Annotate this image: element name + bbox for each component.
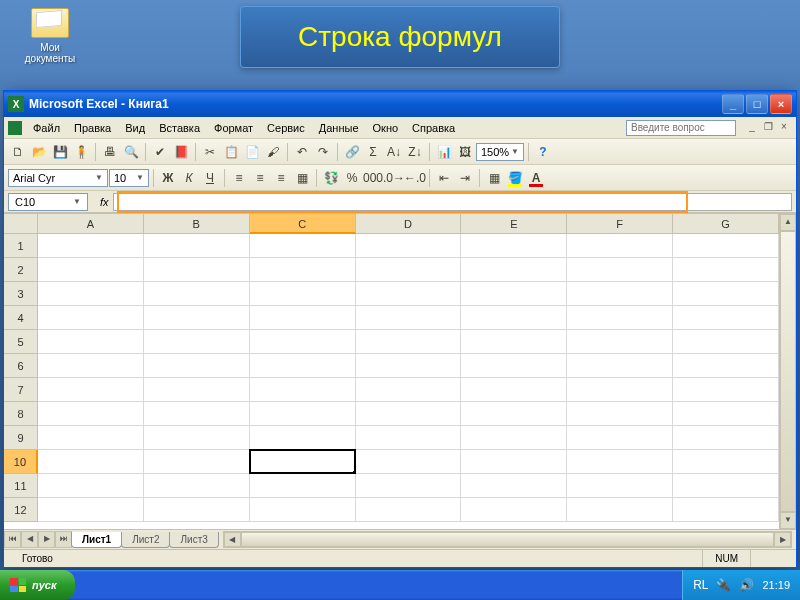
tab-nav-next-icon[interactable]: ▶ (38, 531, 55, 548)
mdi-minimize-button[interactable]: _ (745, 121, 759, 135)
cell[interactable] (461, 426, 567, 450)
cell[interactable] (38, 258, 144, 282)
cell[interactable] (356, 282, 462, 306)
cell[interactable] (38, 234, 144, 258)
cell[interactable] (461, 330, 567, 354)
menu-view[interactable]: Вид (118, 120, 152, 136)
cell[interactable] (673, 474, 779, 498)
cell[interactable] (567, 450, 673, 474)
cell[interactable] (144, 378, 250, 402)
cell[interactable] (144, 330, 250, 354)
cell[interactable] (461, 378, 567, 402)
cell[interactable] (567, 330, 673, 354)
cell[interactable] (250, 234, 356, 258)
menu-insert[interactable]: Вставка (152, 120, 207, 136)
cell[interactable] (567, 498, 673, 522)
cell[interactable] (673, 234, 779, 258)
fill-color-icon[interactable]: 🪣 (505, 168, 525, 188)
desktop-icon-mydocs[interactable]: Мои документы (20, 8, 80, 64)
currency-icon[interactable]: 💱 (321, 168, 341, 188)
print-icon[interactable]: 🖶 (100, 142, 120, 162)
cell[interactable] (356, 306, 462, 330)
cell[interactable] (567, 234, 673, 258)
row-header[interactable]: 8 (4, 402, 38, 426)
cell[interactable] (567, 402, 673, 426)
cell[interactable] (144, 354, 250, 378)
col-header-C[interactable]: C (250, 214, 356, 234)
cell[interactable] (144, 258, 250, 282)
name-box[interactable]: C10 ▼ (8, 193, 88, 211)
cell[interactable] (250, 354, 356, 378)
menu-data[interactable]: Данные (312, 120, 366, 136)
borders-icon[interactable]: ▦ (484, 168, 504, 188)
font-size-select[interactable]: 10 ▼ (109, 169, 149, 187)
cell[interactable] (38, 402, 144, 426)
cell[interactable] (250, 474, 356, 498)
cell[interactable] (567, 426, 673, 450)
row-header[interactable]: 3 (4, 282, 38, 306)
scroll-thumb[interactable] (780, 231, 796, 512)
sheet-tab-2[interactable]: Лист2 (121, 532, 170, 548)
cell[interactable] (673, 450, 779, 474)
paste-icon[interactable]: 📄 (242, 142, 262, 162)
row-header[interactable]: 9 (4, 426, 38, 450)
cell[interactable] (461, 402, 567, 426)
row-header[interactable]: 6 (4, 354, 38, 378)
cell[interactable] (250, 378, 356, 402)
close-button[interactable]: × (770, 94, 792, 114)
select-all-corner[interactable] (4, 214, 38, 234)
row-header[interactable]: 5 (4, 330, 38, 354)
scroll-down-icon[interactable]: ▼ (780, 512, 796, 529)
cell[interactable] (38, 354, 144, 378)
cell[interactable] (567, 282, 673, 306)
cell[interactable] (144, 426, 250, 450)
cell[interactable] (567, 474, 673, 498)
cell[interactable] (461, 258, 567, 282)
cell[interactable] (356, 330, 462, 354)
font-color-icon[interactable]: A (526, 168, 546, 188)
cell[interactable] (461, 306, 567, 330)
cell[interactable] (673, 426, 779, 450)
drawing-icon[interactable]: 🖼 (455, 142, 475, 162)
scroll-thumb[interactable] (241, 532, 774, 547)
research-icon[interactable]: 📕 (171, 142, 191, 162)
zoom-select[interactable]: 150% ▼ (476, 143, 524, 161)
row-header[interactable]: 2 (4, 258, 38, 282)
cell[interactable] (461, 498, 567, 522)
tray-clock[interactable]: 21:19 (762, 579, 790, 591)
cell[interactable] (356, 474, 462, 498)
scroll-up-icon[interactable]: ▲ (780, 214, 796, 231)
row-header[interactable]: 1 (4, 234, 38, 258)
col-header-F[interactable]: F (567, 214, 673, 234)
cell[interactable] (673, 258, 779, 282)
percent-icon[interactable]: % (342, 168, 362, 188)
scroll-left-icon[interactable]: ◀ (224, 532, 241, 547)
chart-wizard-icon[interactable]: 📊 (434, 142, 454, 162)
cell[interactable] (673, 330, 779, 354)
cell[interactable] (144, 474, 250, 498)
menu-file[interactable]: Файл (26, 120, 67, 136)
mdi-close-button[interactable]: × (777, 121, 791, 135)
open-icon[interactable]: 📂 (29, 142, 49, 162)
cell[interactable] (250, 282, 356, 306)
cell[interactable] (144, 498, 250, 522)
cell[interactable] (567, 258, 673, 282)
cell[interactable] (567, 306, 673, 330)
sort-desc-icon[interactable]: Z↓ (405, 142, 425, 162)
scroll-right-icon[interactable]: ▶ (774, 532, 791, 547)
cell[interactable] (144, 306, 250, 330)
cell[interactable] (38, 330, 144, 354)
tray-lang[interactable]: RL (693, 578, 708, 592)
horizontal-scrollbar[interactable]: ◀ ▶ (223, 531, 792, 548)
cell[interactable] (38, 498, 144, 522)
tray-safely-remove-icon[interactable]: 🔌 (716, 578, 731, 592)
cell[interactable] (356, 378, 462, 402)
cell[interactable] (567, 378, 673, 402)
cell[interactable] (38, 282, 144, 306)
cell[interactable] (38, 474, 144, 498)
undo-icon[interactable]: ↶ (292, 142, 312, 162)
cell[interactable] (567, 354, 673, 378)
cell[interactable] (144, 282, 250, 306)
new-icon[interactable]: 🗋 (8, 142, 28, 162)
tab-nav-last-icon[interactable]: ⏭ (55, 531, 72, 548)
